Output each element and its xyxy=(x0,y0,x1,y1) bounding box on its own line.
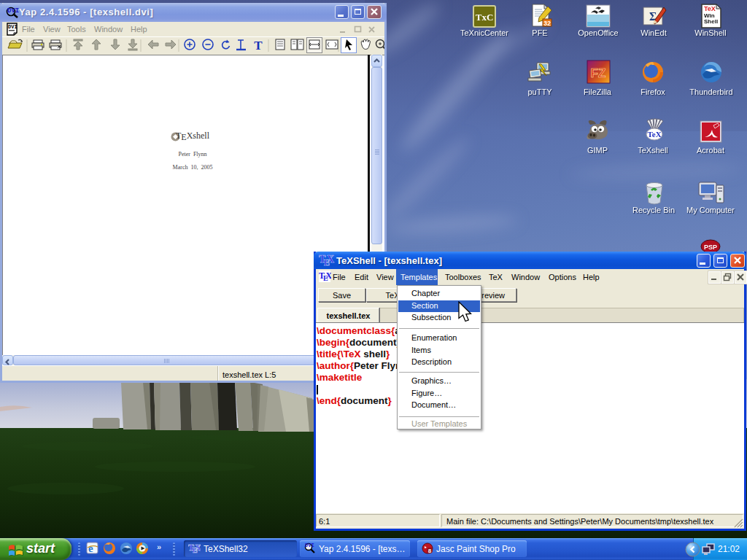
svg-text:8: 8 xyxy=(428,548,432,554)
svg-text:FZ: FZ xyxy=(591,66,606,80)
svg-text:TxC: TxC xyxy=(476,12,494,23)
svg-text:X: X xyxy=(326,271,332,281)
svg-text:PSP: PSP xyxy=(704,244,717,251)
svg-text:TeX: TeX xyxy=(647,130,661,139)
svg-text:Shell: Shell xyxy=(704,18,718,25)
svg-text:X: X xyxy=(327,254,334,265)
svg-text:e: e xyxy=(88,542,93,554)
svg-text:T: T xyxy=(254,39,263,52)
svg-text:32: 32 xyxy=(543,20,551,27)
svg-text:DVI: DVI xyxy=(8,24,18,30)
svg-text:DVI: DVI xyxy=(305,542,314,548)
svg-text:TeX: TeX xyxy=(704,5,716,12)
svg-text:DVI: DVI xyxy=(7,7,19,15)
svg-text:X: X xyxy=(196,542,201,553)
